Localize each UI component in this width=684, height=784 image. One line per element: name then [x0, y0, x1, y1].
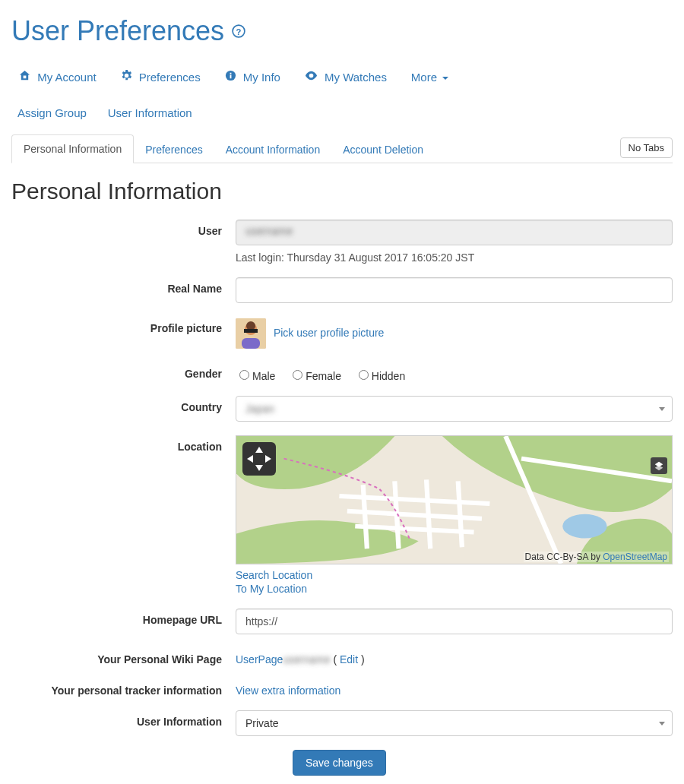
- to-my-location-link[interactable]: To My Location: [236, 583, 307, 595]
- svg-rect-9: [244, 329, 258, 333]
- label-country: Country: [11, 396, 236, 413]
- user-information-value: Private: [245, 717, 279, 729]
- sub-nav: Assign Group User Information: [11, 99, 673, 127]
- label-tracker-info: Your personal tracker information: [11, 679, 236, 697]
- real-name-input[interactable]: [236, 277, 673, 303]
- avatar: [236, 318, 266, 349]
- map-layers-button[interactable]: [651, 457, 667, 474]
- pick-profile-picture-link[interactable]: Pick user profile picture: [274, 327, 385, 339]
- chevron-down-icon: [659, 722, 665, 726]
- nav-label: More: [411, 71, 437, 84]
- map-pan-controls[interactable]: [242, 442, 276, 476]
- nav-label: Assign Group: [17, 106, 87, 119]
- nav-my-watches[interactable]: My Watches: [297, 62, 394, 91]
- top-nav: My Account Preferences My Info My Watche…: [11, 62, 673, 91]
- info-icon: [225, 71, 236, 84]
- wiki-edit-link[interactable]: Edit: [340, 653, 358, 665]
- radio-label: Female: [306, 370, 341, 382]
- tab-bar: Personal Information Preferences Account…: [11, 134, 673, 163]
- label-user-information: User Information: [11, 710, 236, 728]
- svg-rect-8: [242, 338, 260, 349]
- nav-label: My Account: [37, 71, 97, 84]
- nav-assign-group[interactable]: Assign Group: [11, 99, 93, 127]
- gender-radio-female[interactable]: [293, 370, 302, 380]
- svg-point-11: [562, 514, 606, 539]
- nav-more-dropdown[interactable]: More: [404, 63, 456, 91]
- gender-option-female[interactable]: Female: [289, 362, 341, 382]
- gender-radio-hidden[interactable]: [359, 370, 369, 380]
- page-title: User Preferences ?: [11, 15, 673, 47]
- wiki-page-link[interactable]: UserPageusername: [236, 653, 331, 665]
- edit-close: ): [358, 653, 365, 665]
- country-value-blurred: Japan: [245, 403, 274, 415]
- svg-marker-15: [265, 455, 271, 463]
- nav-my-account[interactable]: My Account: [11, 62, 104, 91]
- help-icon[interactable]: ?: [232, 24, 245, 42]
- svg-marker-12: [255, 447, 263, 453]
- label-profile-picture: Profile picture: [11, 317, 236, 334]
- svg-rect-3: [230, 75, 231, 79]
- map[interactable]: Data CC-By-SA by OpenStreetMap: [236, 435, 673, 564]
- tab-preferences[interactable]: Preferences: [134, 136, 214, 163]
- edit-open: (: [333, 653, 340, 665]
- save-changes-button[interactable]: Save changes: [293, 750, 386, 776]
- chevron-down-icon: [442, 77, 448, 80]
- nav-label: My Info: [243, 71, 280, 84]
- svg-marker-17: [655, 465, 663, 470]
- gear-icon: [121, 71, 132, 84]
- label-user: User: [11, 220, 236, 237]
- nav-user-information[interactable]: User Information: [102, 99, 198, 127]
- tab-personal-information[interactable]: Personal Information: [11, 134, 134, 163]
- user-value-blurred: username: [245, 225, 293, 237]
- last-login-text: Last login: Thursday 31 August 2017 16:0…: [236, 251, 673, 264]
- tab-account-information[interactable]: Account Information: [214, 136, 332, 163]
- user-information-select[interactable]: Private: [236, 710, 673, 736]
- map-attribution: Data CC-By-SA by OpenStreetMap: [524, 552, 669, 562]
- wiki-page-user-blurred: username: [283, 653, 330, 665]
- nav-label: Preferences: [139, 71, 201, 84]
- radio-label: Male: [252, 370, 275, 382]
- page-title-text: User Preferences: [11, 15, 224, 46]
- view-extra-info-link[interactable]: View extra information: [236, 684, 340, 697]
- svg-rect-4: [230, 73, 231, 74]
- home-icon: [19, 71, 30, 84]
- svg-marker-13: [255, 465, 263, 471]
- nav-label: My Watches: [325, 71, 387, 84]
- gender-radio-male[interactable]: [239, 370, 249, 380]
- label-homepage-url: Homepage URL: [11, 609, 236, 626]
- gender-option-male[interactable]: Male: [236, 362, 275, 382]
- nav-label: User Information: [108, 106, 192, 119]
- map-attrib-text: Data CC-By-SA by: [525, 552, 603, 562]
- section-title: Personal Information: [11, 179, 673, 204]
- chevron-down-icon: [659, 407, 665, 411]
- svg-text:?: ?: [236, 27, 242, 36]
- search-location-link[interactable]: Search Location: [236, 569, 312, 581]
- map-attrib-link[interactable]: OpenStreetMap: [603, 552, 667, 562]
- label-location: Location: [11, 435, 236, 453]
- eye-icon: [305, 71, 318, 84]
- radio-label: Hidden: [372, 370, 405, 382]
- label-real-name: Real Name: [11, 277, 236, 295]
- gender-option-hidden[interactable]: Hidden: [355, 362, 405, 382]
- user-field: username: [236, 220, 673, 245]
- tab-account-deletion[interactable]: Account Deletion: [331, 136, 435, 163]
- homepage-url-input[interactable]: [236, 609, 673, 634]
- wiki-page-prefix: UserPage: [236, 653, 283, 665]
- nav-preferences[interactable]: Preferences: [113, 62, 208, 91]
- svg-marker-14: [247, 455, 253, 463]
- label-wiki-page: Your Personal Wiki Page: [11, 648, 236, 665]
- country-select[interactable]: Japan: [236, 396, 673, 422]
- label-gender: Gender: [11, 362, 236, 380]
- no-tabs-button[interactable]: No Tabs: [620, 138, 673, 158]
- nav-my-info[interactable]: My Info: [217, 62, 288, 91]
